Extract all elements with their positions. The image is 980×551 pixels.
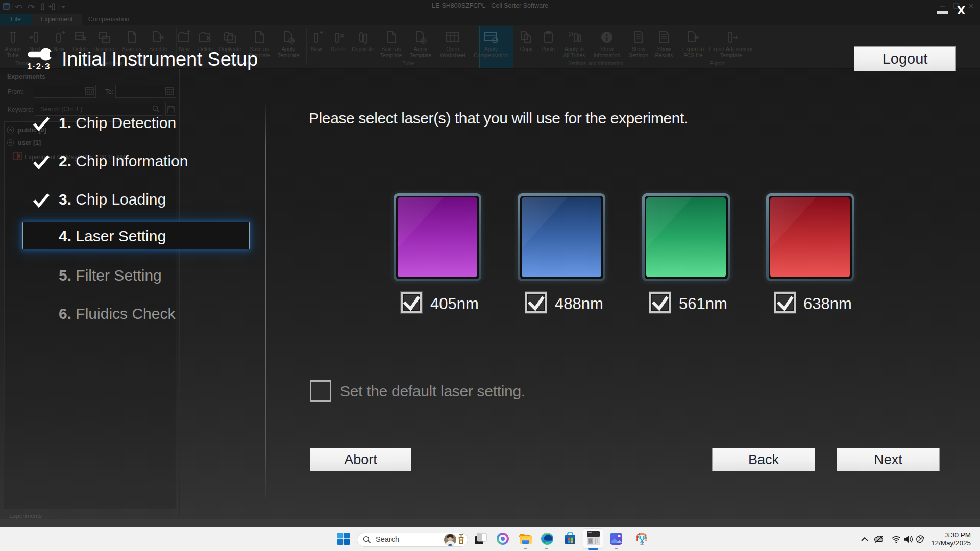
svg-text:1·2·3: 1·2·3	[27, 62, 51, 71]
